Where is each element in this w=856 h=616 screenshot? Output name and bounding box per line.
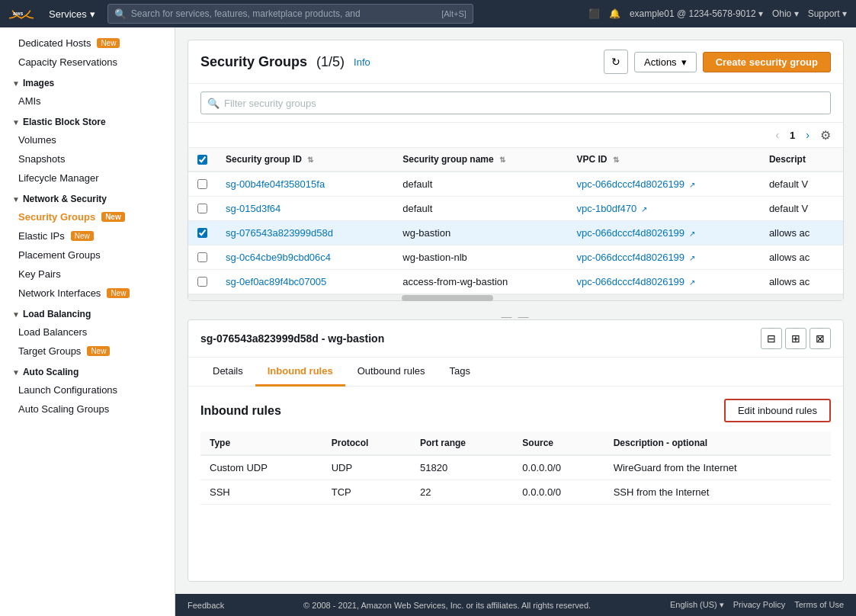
tab-inbound-rules[interactable]: Inbound rules [255, 358, 345, 387]
sidebar-section-ebs[interactable]: ▼ Elastic Block Store [0, 111, 175, 130]
horizontal-scrollbar[interactable] [188, 294, 843, 300]
services-menu[interactable]: Services ▾ [43, 5, 101, 23]
sg-info-link[interactable]: Info [354, 56, 370, 68]
col-type: Type [200, 432, 322, 455]
sg-id-link[interactable]: sg-076543a823999d58d [226, 227, 333, 239]
sidebar-item-capacity-reservations[interactable]: Capacity Reservations [0, 53, 175, 72]
external-link-icon: ↗ [689, 254, 695, 262]
sidebar-section-network-security[interactable]: ▼ Network & Security [0, 188, 175, 207]
inbound-rules-section: Inbound rules Edit inbound rules Type Pr… [188, 387, 843, 517]
cloud-shell-icon[interactable]: ⬛ [588, 8, 600, 19]
sidebar-item-amis[interactable]: AMIs [0, 91, 175, 111]
tab-outbound-rules[interactable]: Outbound rules [345, 358, 438, 387]
sg-id-link[interactable]: sg-0ef0ac89f4bc07005 [226, 276, 326, 287]
search-input[interactable] [131, 8, 441, 19]
sg-id-link[interactable]: sg-015d3f64 [226, 203, 281, 214]
table-row[interactable]: sg-076543a823999d58d wg-bastion vpc-066d… [188, 221, 843, 245]
sg-id-link[interactable]: sg-0c64cbe9b9cbd06c4 [226, 252, 331, 263]
tab-tags[interactable]: Tags [438, 358, 483, 387]
prev-page-button[interactable]: ‹ [771, 127, 784, 143]
sg-name: wg-bastion-nlb [393, 245, 567, 270]
privacy-policy-link[interactable]: Privacy Policy [733, 600, 785, 610]
rule-port-range: 22 [411, 480, 513, 505]
sg-table: Security group ID ⇅ Security group name … [188, 147, 843, 294]
main-layout: Dedicated Hosts New Capacity Reservation… [0, 27, 856, 616]
aws-logo[interactable]: aws [9, 6, 34, 21]
vpc-id-link[interactable]: vpc-066dcccf4d8026199 ↗ [576, 252, 694, 263]
external-link-icon: ↗ [689, 229, 695, 238]
view-btn-full[interactable]: ⊠ [810, 328, 831, 349]
inbound-rule-row: SSH TCP 22 0.0.0.0/0 SSH from the Intern… [200, 480, 831, 505]
sidebar-item-key-pairs[interactable]: Key Pairs [0, 265, 175, 284]
terms-of-use-link[interactable]: Terms of Use [794, 600, 844, 610]
sidebar-item-lifecycle-manager[interactable]: Lifecycle Manager [0, 168, 175, 188]
vpc-id-link[interactable]: vpc-066dcccf4d8026199 ↗ [576, 276, 694, 287]
col-header-sg-id: Security group ID ⇅ [216, 148, 393, 172]
col-protocol: Protocol [322, 432, 411, 455]
table-row[interactable]: sg-00b4fe04f358015fa default vpc-066dccc… [188, 172, 843, 197]
sg-count: (1/5) [316, 54, 345, 70]
scrollbar-thumb[interactable] [402, 295, 493, 301]
row-checkbox[interactable] [197, 204, 207, 213]
sidebar-section-images[interactable]: ▼ Images [0, 72, 175, 91]
sidebar: Dedicated Hosts New Capacity Reservation… [0, 27, 175, 616]
account-menu[interactable]: example01 @ 1234-5678-9012 ▾ [630, 8, 763, 19]
page-number: 1 [790, 130, 795, 141]
sidebar-item-auto-scaling-groups[interactable]: Auto Scaling Groups [0, 399, 175, 419]
rule-description: SSH from the Internet [604, 480, 831, 505]
refresh-button[interactable]: ↻ [604, 50, 628, 74]
table-row[interactable]: sg-0ef0ac89f4bc07005 access-from-wg-bast… [188, 270, 843, 294]
bell-icon[interactable]: 🔔 [609, 8, 620, 19]
sg-description: allows ac [760, 245, 843, 270]
sidebar-item-launch-configurations[interactable]: Launch Configurations [0, 380, 175, 399]
filter-input-wrap[interactable]: 🔍 [200, 91, 831, 114]
sidebar-item-load-balancers[interactable]: Load Balancers [0, 322, 175, 342]
rule-source: 0.0.0.0/0 [513, 455, 604, 480]
region-menu[interactable]: Ohio ▾ [772, 8, 799, 19]
row-checkbox[interactable] [197, 228, 207, 238]
feedback-link[interactable]: Feedback [188, 601, 224, 610]
view-btn-split[interactable]: ⊟ [761, 328, 782, 349]
sg-panel-title: Security Groups [200, 54, 307, 70]
vpc-id-link[interactable]: vpc-066dcccf4d8026199 ↗ [576, 227, 694, 239]
top-navigation: aws Services ▾ 🔍 [Alt+S] ⬛ 🔔 example01 @… [0, 0, 856, 27]
row-checkbox[interactable] [197, 179, 207, 189]
sidebar-item-elastic-ips[interactable]: Elastic IPs New [0, 226, 175, 245]
inbound-rules-header: Inbound rules Edit inbound rules [200, 399, 831, 422]
table-row[interactable]: sg-0c64cbe9b9cbd06c4 wg-bastion-nlb vpc-… [188, 245, 843, 270]
row-checkbox[interactable] [197, 277, 207, 287]
detail-tabs: Details Inbound rules Outbound rules Tag… [188, 358, 843, 387]
tab-details[interactable]: Details [200, 358, 255, 387]
footer: Feedback © 2008 - 2021, Amazon Web Servi… [175, 594, 856, 616]
sg-name: default [393, 172, 567, 197]
global-search[interactable]: 🔍 [Alt+S] [107, 4, 473, 24]
sidebar-section-auto-scaling[interactable]: ▼ Auto Scaling [0, 361, 175, 380]
sidebar-item-dedicated-hosts[interactable]: Dedicated Hosts New [0, 34, 175, 53]
sidebar-item-snapshots[interactable]: Snapshots [0, 149, 175, 168]
filter-input[interactable] [224, 98, 824, 109]
table-settings-button[interactable]: ⚙ [820, 128, 831, 143]
support-menu[interactable]: Support ▾ [808, 8, 847, 19]
sidebar-item-security-groups[interactable]: Security Groups New [0, 207, 175, 226]
nav-right-section: ⬛ 🔔 example01 @ 1234-5678-9012 ▾ Ohio ▾ … [588, 8, 847, 19]
vpc-id-link[interactable]: vpc-1b0df470 ↗ [576, 203, 646, 214]
table-row[interactable]: sg-015d3f64 default vpc-1b0df470 ↗ defau… [188, 197, 843, 221]
sidebar-item-target-groups[interactable]: Target Groups New [0, 342, 175, 361]
external-link-icon: ↗ [689, 278, 695, 287]
view-btn-list[interactable]: ⊞ [785, 328, 806, 349]
next-page-button[interactable]: › [801, 127, 814, 143]
edit-inbound-rules-button[interactable]: Edit inbound rules [724, 399, 831, 422]
language-selector[interactable]: English (US) ▾ [670, 600, 724, 610]
row-checkbox[interactable] [197, 252, 207, 262]
actions-button[interactable]: Actions ▾ [634, 52, 697, 72]
sidebar-item-network-interfaces[interactable]: Network Interfaces New [0, 284, 175, 303]
create-security-group-button[interactable]: Create security group [703, 52, 831, 72]
sg-id-link[interactable]: sg-00b4fe04f358015fa [226, 178, 325, 190]
detail-header: sg-076543a823999d58d - wg-bastion ⊟ ⊞ ⊠ [188, 320, 843, 358]
vpc-id-link[interactable]: vpc-066dcccf4d8026199 ↗ [576, 178, 694, 190]
sidebar-item-volumes[interactable]: Volumes [0, 130, 175, 149]
select-all-checkbox[interactable] [197, 155, 207, 165]
detail-panel: sg-076543a823999d58d - wg-bastion ⊟ ⊞ ⊠ … [188, 319, 844, 582]
sidebar-section-load-balancing[interactable]: ▼ Load Balancing [0, 303, 175, 322]
sidebar-item-placement-groups[interactable]: Placement Groups [0, 245, 175, 265]
